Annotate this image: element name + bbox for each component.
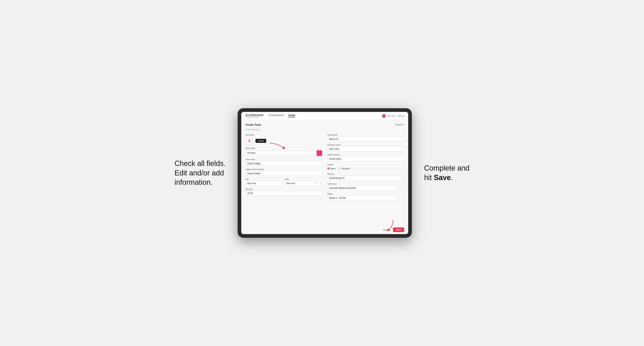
tablet-screen: SCOREBOARD Powered by clippd TOURNAMENTS…: [241, 112, 408, 234]
left-text-line2: Edit and/or add: [174, 169, 224, 177]
display-name-group: Display name (unique): [245, 168, 322, 176]
athletic-director-input[interactable]: [327, 157, 404, 161]
state-value: New York: [285, 181, 314, 185]
region-select-wrapper: Region II - (M) DIII ✕ ▼: [327, 196, 404, 200]
region-caret-button[interactable]: ▼: [400, 197, 404, 199]
state-clear-button[interactable]: ✕: [314, 182, 318, 184]
city-state-row: City State New York ✕ ▼: [245, 178, 322, 186]
conference-group: Conference University Athletic Associati…: [327, 183, 404, 190]
zip-input[interactable]: [245, 191, 322, 196]
state-group: State New York ✕ ▼: [284, 178, 322, 186]
assistant-coach-input[interactable]: [327, 147, 404, 151]
section-label: TEAM DETAILS: [245, 129, 404, 132]
gender-womens-label[interactable]: Womens: [339, 167, 350, 170]
save-button[interactable]: Save: [393, 227, 404, 232]
page-title: Create Team: [245, 123, 261, 126]
division-select[interactable]: NCAA Division III: [327, 176, 404, 180]
arrow-to-logo: [269, 142, 285, 150]
region-label: Region: [327, 193, 404, 195]
region-group: Region Region II - (M) DIII ✕ ▼: [327, 193, 404, 200]
region-clear-button[interactable]: ✕: [396, 197, 400, 199]
gender-label: Gender: [327, 164, 404, 166]
upload-button[interactable]: Upload: [256, 139, 266, 143]
zip-group: Zip code: [245, 188, 322, 196]
city-input[interactable]: [245, 181, 283, 186]
division-select-wrapper: NCAA Division III ▼: [327, 176, 404, 180]
nav-links: TOURNAMENTS TEAMS: [268, 114, 295, 117]
head-coach-input[interactable]: [327, 137, 404, 142]
signout-link[interactable]: Sign out: [398, 115, 404, 117]
arrow-to-save: [382, 219, 394, 231]
team-name-group: Team name: [245, 159, 322, 166]
conference-select-wrapper: University Athletic Association ✕ ▼: [327, 186, 404, 190]
city-label: City: [245, 178, 283, 180]
user-label: Test User |: [387, 115, 396, 117]
team-logo-label: Team logo: [245, 134, 322, 136]
head-coach-group: Head Coach: [327, 134, 404, 142]
right-text-period: .: [451, 173, 453, 182]
gender-radio-group: Mens Womens: [327, 167, 404, 171]
cancel-top-button[interactable]: Cancel ✕: [395, 123, 404, 126]
gender-mens-radio[interactable]: [327, 167, 330, 170]
left-text-line1: Check all fields.: [174, 159, 226, 168]
nav-tournaments[interactable]: TOURNAMENTS: [268, 114, 284, 117]
assistant-coach-label: Assistant Coach: [327, 144, 404, 146]
color-swatch[interactable]: [317, 150, 322, 156]
navbar-right: T Test User | Sign out: [382, 114, 404, 118]
right-annotation: Complete and hit Save.: [424, 164, 470, 182]
right-text-line1: Complete and: [424, 164, 470, 172]
athletic-director-label: Athletic Director: [327, 154, 404, 156]
gender-womens-radio[interactable]: [339, 167, 341, 170]
left-annotation: Check all fields. Edit and/or add inform…: [174, 159, 226, 187]
display-name-input[interactable]: [245, 171, 322, 176]
brand-subtitle: Powered by clippd: [245, 116, 263, 118]
state-select-wrapper: New York ✕ ▼: [284, 181, 322, 186]
head-coach-label: Head Coach: [327, 134, 404, 136]
state-caret-button[interactable]: ▼: [318, 182, 322, 184]
assistant-coach-group: Assistant Coach: [327, 144, 404, 151]
conference-value: University Athletic Association: [327, 186, 396, 190]
tablet-device: SCOREBOARD Powered by clippd TOURNAMENTS…: [238, 108, 412, 238]
zip-label: Zip code: [245, 188, 322, 190]
region-value: Region II - (M) DIII: [327, 196, 396, 200]
gender-womens-text: Womens: [342, 168, 350, 170]
state-label: State: [284, 178, 322, 180]
user-avatar: T: [382, 114, 386, 118]
navbar-left: SCOREBOARD Powered by clippd TOURNAMENTS…: [245, 114, 295, 118]
color-input-wrapper: [245, 150, 322, 156]
conference-clear-button[interactable]: ✕: [396, 187, 400, 189]
right-text-line2: hit: [424, 173, 434, 182]
city-state-group: City State New York ✕ ▼: [245, 178, 322, 186]
division-group: Division NCAA Division III ▼: [327, 173, 404, 180]
page-content: Create Team Cancel ✕ TEAM DETAILS Team l…: [241, 120, 408, 225]
gender-mens-label[interactable]: Mens: [327, 167, 335, 170]
city-group: City: [245, 178, 283, 186]
conference-label: Conference: [327, 183, 404, 185]
left-text-line3: information.: [174, 178, 212, 186]
team-logo-circle: C: [245, 137, 254, 145]
close-icon: ✕: [402, 123, 404, 126]
division-label: Division: [327, 173, 404, 175]
brand-title: SCOREBOARD: [245, 114, 263, 116]
nav-teams[interactable]: TEAMS: [288, 114, 295, 117]
athletic-director-group: Athletic Director: [327, 154, 404, 161]
form-right: Head Coach Assistant Coach Athletic Dire…: [327, 134, 404, 200]
team-name-label: Team name: [245, 159, 322, 161]
right-text-bold: Save: [434, 173, 451, 182]
brand-logo: SCOREBOARD Powered by clippd: [245, 114, 263, 118]
gender-mens-text: Mens: [330, 168, 335, 170]
display-name-label: Display name (unique): [245, 168, 322, 170]
team-name-input[interactable]: [245, 161, 322, 166]
navbar: SCOREBOARD Powered by clippd TOURNAMENTS…: [241, 112, 408, 120]
gender-group: Gender Mens Womens: [327, 164, 404, 171]
team-colour-input[interactable]: [245, 151, 317, 155]
page-header: Create Team Cancel ✕: [245, 123, 404, 126]
conference-caret-button[interactable]: ▼: [400, 187, 404, 189]
